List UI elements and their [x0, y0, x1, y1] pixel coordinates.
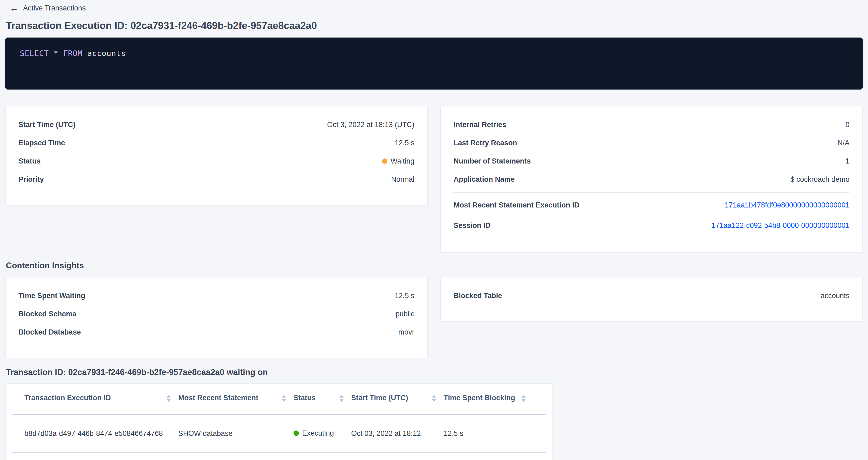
row-label: Blocked Database	[19, 328, 81, 336]
summary-row: Most Recent Statement Execution ID 171aa…	[454, 195, 849, 215]
summary-row: Number of Statements 1	[454, 152, 849, 170]
waiting-status-dot	[382, 158, 388, 164]
status-text: Waiting	[391, 157, 414, 165]
row-value: Oct 3, 2022 at 18:13 (UTC)	[327, 121, 414, 129]
executing-status-dot	[293, 431, 299, 436]
column-header-label: Start Time (UTC)	[351, 393, 408, 407]
sql-statement: SELECT * FROM accounts	[20, 49, 126, 58]
row-label: Internal Retries	[454, 121, 506, 129]
row-label: Most Recent Statement Execution ID	[454, 201, 580, 209]
summary-row: Blocked Table accounts	[454, 286, 849, 305]
row-value: N/A	[837, 139, 849, 147]
row-status-value: Executing	[293, 429, 334, 437]
column-header-most-recent-statement[interactable]: Most Recent Statement	[178, 393, 293, 407]
sort-icon	[166, 395, 171, 402]
row-label: Last Retry Reason	[454, 139, 517, 147]
row-value: 0	[845, 121, 849, 129]
table-header-row: Transaction Execution ID Most Recent Sta…	[6, 393, 552, 407]
sql-star: *	[49, 49, 63, 58]
row-label: Number of Statements	[454, 157, 531, 165]
row-value: 12.5 s	[395, 292, 414, 300]
row-label: Start Time (UTC)	[19, 121, 75, 129]
session-id-link[interactable]: 171aa122-c092-54b8-0000-000000000001	[711, 221, 849, 230]
sql-keyword-select: SELECT	[20, 49, 49, 58]
column-header-label: Time Spent Blocking	[444, 393, 515, 407]
summary-row: Time Spent Waiting 12.5 s	[19, 286, 414, 305]
summary-row: Session ID 171aa122-c092-54b8-0000-00000…	[454, 215, 849, 236]
contention-insights-heading: Contention Insights	[6, 260, 863, 271]
summary-row: Application Name $ cockroach demo	[454, 170, 849, 188]
row-value: 12.5 s	[395, 139, 414, 147]
column-header-time-spent-blocking[interactable]: Time Spent Blocking	[444, 393, 533, 407]
row-label: Priority	[19, 175, 44, 184]
row-label: Elapsed Time	[19, 139, 65, 147]
contention-blocked-table-card: Blocked Table accounts	[440, 277, 863, 322]
transaction-details-page: ← Active Transactions Transaction Execut…	[0, 0, 868, 460]
transaction-overview-card: Start Time (UTC) Oct 3, 2022 at 18:13 (U…	[5, 106, 428, 205]
row-label: Status	[19, 157, 41, 165]
row-value: 1	[845, 157, 849, 165]
column-header-transaction-execution-id[interactable]: Transaction Execution ID	[24, 393, 178, 407]
sort-icon	[339, 395, 344, 402]
breadcrumb-label: Active Transactions	[23, 4, 86, 12]
transaction-status-value: Waiting	[382, 157, 414, 165]
cell-most-recent-statement: SHOW database	[178, 429, 293, 438]
breadcrumb-back-link[interactable]: ← Active Transactions	[10, 3, 86, 13]
row-label: Time Spent Waiting	[19, 292, 85, 300]
waiting-on-table: Transaction Execution ID Most Recent Sta…	[5, 384, 552, 460]
status-text: Executing	[302, 429, 334, 437]
contention-waiting-card: Time Spent Waiting 12.5 s Blocked Schema…	[5, 277, 428, 358]
cell-start-time: Oct 03, 2022 at 18:12	[351, 429, 444, 438]
row-value: public	[395, 310, 414, 318]
row-value: $ cockroach demo	[790, 175, 849, 184]
column-header-label: Status	[293, 393, 316, 407]
row-label: Application Name	[454, 175, 515, 184]
sort-icon	[521, 395, 526, 402]
row-value: movr	[398, 328, 414, 336]
row-label: Session ID	[454, 221, 491, 230]
statement-execution-id-link[interactable]: 171aa1b478fdf0e80000000000000001	[725, 201, 850, 209]
waiting-on-heading: Transaction ID: 02ca7931-f246-469b-b2fe-…	[6, 367, 863, 377]
sql-keyword-from: FROM	[63, 49, 83, 58]
summary-row: Elapsed Time 12.5 s	[19, 134, 414, 152]
transaction-details-card: Internal Retries 0 Last Retry Reason N/A…	[440, 106, 863, 252]
summary-row: Last Retry Reason N/A	[454, 134, 849, 152]
table-row-divider	[11, 452, 546, 453]
column-header-start-time[interactable]: Start Time (UTC)	[351, 393, 444, 407]
sort-icon	[432, 395, 436, 402]
arrow-left-icon: ←	[10, 4, 18, 12]
summary-row: Blocked Schema public	[19, 305, 414, 323]
cell-status: Executing	[293, 429, 351, 438]
summary-row: Status Waiting	[19, 152, 414, 170]
summary-row: Internal Retries 0	[454, 116, 849, 134]
sql-table-name: accounts	[83, 49, 126, 58]
column-header-status[interactable]: Status	[293, 393, 351, 407]
row-value: Normal	[391, 175, 414, 184]
sql-statement-box: SELECT * FROM accounts	[5, 37, 863, 90]
page-title: Transaction Execution ID: 02ca7931-f246-…	[6, 20, 863, 32]
summary-row: Start Time (UTC) Oct 3, 2022 at 18:13 (U…	[19, 116, 414, 134]
sort-icon	[282, 395, 286, 402]
cell-time-spent-blocking: 12.5 s	[444, 429, 533, 438]
card-divider	[454, 192, 849, 193]
row-label: Blocked Schema	[19, 310, 76, 318]
summary-row: Blocked Database movr	[19, 323, 414, 341]
column-header-label: Most Recent Statement	[178, 393, 258, 407]
cell-transaction-execution-id: b8d7d03a-d497-446b-8474-e50846674768	[24, 429, 178, 438]
row-label: Blocked Table	[454, 292, 502, 300]
summary-row: Priority Normal	[19, 170, 414, 188]
row-value: accounts	[820, 292, 849, 300]
table-row: b8d7d03a-d497-446b-8474-e50846674768 SHO…	[6, 415, 552, 452]
column-header-label: Transaction Execution ID	[24, 393, 111, 407]
